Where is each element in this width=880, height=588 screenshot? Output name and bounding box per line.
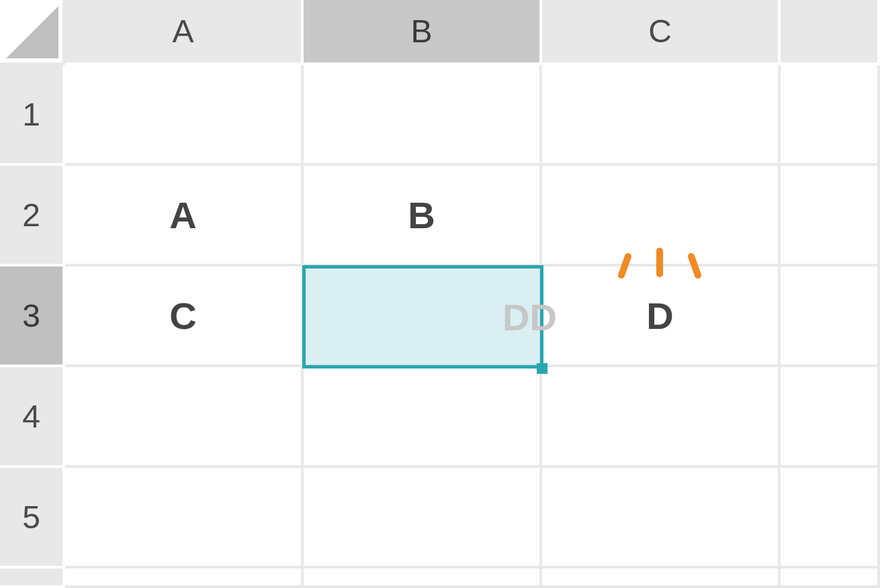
cell-c3[interactable]: D bbox=[542, 266, 781, 367]
column-header-label: C bbox=[648, 13, 672, 50]
cell-d4[interactable] bbox=[781, 367, 880, 468]
cell-a3[interactable]: C bbox=[65, 266, 304, 367]
cell-d6[interactable] bbox=[781, 569, 880, 588]
cell-a4[interactable] bbox=[65, 367, 304, 468]
spreadsheet: A B C 1 2 3 4 5 A B C D bbox=[0, 0, 880, 588]
cell-a6[interactable] bbox=[65, 569, 304, 588]
cell-b2[interactable]: B bbox=[304, 166, 542, 266]
cell-value: C bbox=[169, 294, 196, 338]
svg-marker-0 bbox=[6, 6, 58, 58]
cell-c1[interactable] bbox=[542, 65, 781, 166]
select-all-corner[interactable] bbox=[0, 0, 65, 65]
row-header-label: 4 bbox=[22, 398, 40, 435]
cell-value: D bbox=[646, 294, 673, 338]
cell-a2[interactable]: A bbox=[65, 166, 304, 266]
cell-value: B bbox=[408, 193, 435, 237]
cell-c4[interactable] bbox=[542, 367, 781, 468]
column-header-b[interactable]: B bbox=[304, 0, 542, 65]
row-header-label: 1 bbox=[22, 96, 40, 133]
row-header-4[interactable]: 4 bbox=[0, 367, 65, 468]
cell-c2[interactable] bbox=[542, 166, 781, 266]
row-header-6-partial[interactable] bbox=[0, 569, 65, 588]
cell-b1[interactable] bbox=[304, 65, 542, 166]
row-header-2[interactable]: 2 bbox=[0, 166, 65, 266]
row-header-label: 3 bbox=[22, 297, 40, 334]
cell-c6[interactable] bbox=[542, 569, 781, 588]
cell-b4[interactable] bbox=[304, 367, 542, 468]
fill-handle[interactable] bbox=[537, 363, 547, 374]
row-header-label: 5 bbox=[22, 499, 40, 536]
select-all-triangle-icon bbox=[6, 6, 58, 58]
row-header-label: 2 bbox=[22, 197, 40, 234]
cell-a5[interactable] bbox=[65, 468, 304, 569]
cell-b5[interactable] bbox=[304, 468, 542, 569]
column-header-a[interactable]: A bbox=[65, 0, 304, 65]
column-header-label: A bbox=[172, 13, 193, 50]
cell-d5[interactable] bbox=[781, 468, 880, 569]
cell-c5[interactable] bbox=[542, 468, 781, 569]
cell-d1[interactable] bbox=[781, 65, 880, 166]
cell-b6[interactable] bbox=[304, 569, 542, 588]
cell-d2[interactable] bbox=[781, 166, 880, 266]
column-header-d-partial[interactable] bbox=[781, 0, 880, 65]
row-header-5[interactable]: 5 bbox=[0, 468, 65, 569]
cell-d3[interactable] bbox=[781, 266, 880, 367]
row-header-3[interactable]: 3 bbox=[0, 266, 65, 367]
column-header-label: B bbox=[410, 13, 432, 50]
cell-b3[interactable] bbox=[304, 266, 542, 367]
column-header-c[interactable]: C bbox=[542, 0, 781, 65]
cell-a1[interactable] bbox=[65, 65, 304, 166]
row-header-1[interactable]: 1 bbox=[0, 65, 65, 166]
cell-value: A bbox=[169, 193, 196, 237]
